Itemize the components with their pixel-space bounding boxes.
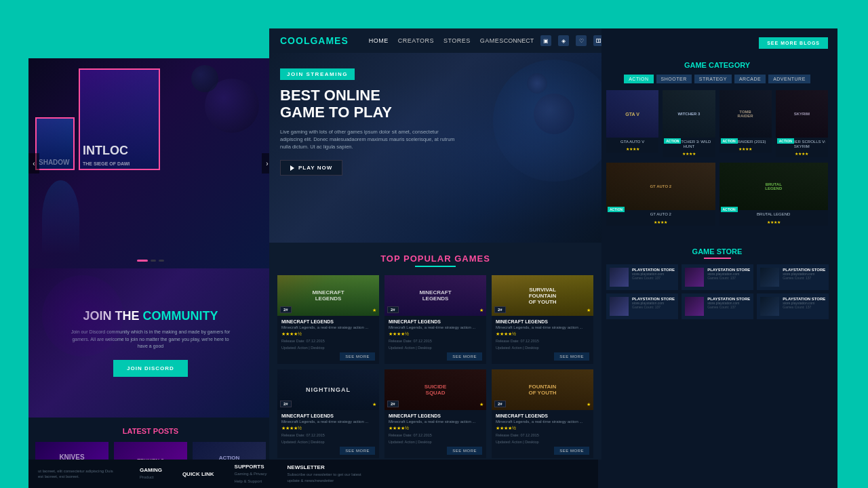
- store-info-2: PLAYSTATION STORE store.playstation.com …: [707, 268, 750, 287]
- see-more-5[interactable]: SEE MORE: [447, 447, 482, 455]
- hero-title: BEST ONLINE GAME TO PLAY: [280, 87, 591, 121]
- game-name-3: MINECRAFT LEGENDS: [496, 319, 589, 324]
- footer-strip: ut laoreet, elit consectetur adipiscing …: [28, 460, 598, 488]
- store-name-4: PLAYSTATION STORE: [632, 297, 675, 301]
- footer-gaming: GAMING Product: [140, 467, 162, 480]
- see-more-4[interactable]: SEE MORE: [340, 447, 375, 455]
- footer-supports: SUPPORTS Gaming & Privacy Help & Support: [235, 464, 267, 484]
- filter-adventure[interactable]: ADVENTURE: [768, 75, 810, 83]
- game-info-6: MINECRAFT LEGENDS Minecraft Legends, a r…: [492, 410, 593, 458]
- nav-stores[interactable]: Stores: [443, 37, 471, 44]
- game-card-4[interactable]: NIGHTINGAL 2# ★ MINECRAFT LEGENDS Minecr…: [277, 369, 379, 458]
- game-stars-4: ★★★★½: [281, 426, 375, 431]
- nav-home[interactable]: Home: [369, 37, 389, 44]
- rank-badge-3: 2#: [494, 306, 506, 313]
- game-name-4: MINECRAFT LEGENDS: [281, 413, 375, 418]
- community-desc: Join our Discord community which is in t…: [69, 329, 232, 350]
- store-name-5: PLAYSTATION STORE: [707, 297, 750, 301]
- game-updated-2: Updated: Action | Desktop: [389, 346, 482, 350]
- cover-large[interactable]: INTLOC THE SIEGE OF DAWI: [79, 68, 160, 170]
- nav-games[interactable]: Games: [480, 37, 504, 44]
- filter-action[interactable]: ACTION: [624, 75, 653, 83]
- game-name-6: MINECRAFT LEGENDS: [496, 413, 589, 418]
- see-more-blogs-button[interactable]: SEE MORE BLOGS: [759, 37, 828, 49]
- game-card-2[interactable]: MINECRAFTLEGENDS 2# ★ MINECRAFT LEGENDS …: [384, 275, 486, 364]
- rank-badge-1: 2#: [280, 306, 292, 313]
- section-underline: [415, 266, 456, 267]
- cat-game-brutal[interactable]: BRUTALLEGEND ACTION BRUTAL LEGEND ★★★★: [719, 163, 829, 225]
- nav-icon-3[interactable]: ♡: [576, 35, 587, 46]
- store-4[interactable]: PLAYSTATION STORE store.playstation.com …: [606, 293, 678, 319]
- see-more-3[interactable]: SEE MORE: [554, 352, 589, 361]
- game-stars-5: ★★★★½: [389, 426, 482, 431]
- cat-stars-1: ★★★★: [606, 146, 658, 152]
- store-info-1: PLAYSTATION STORE store.playstation.com …: [632, 268, 675, 287]
- store-name-2: PLAYSTATION STORE: [707, 268, 750, 272]
- game-meta-1: Release Date: 07.12.2015: [281, 339, 375, 343]
- nav-creators[interactable]: Creators: [398, 37, 434, 44]
- store-thumb-1: [610, 268, 629, 287]
- footer-gaming-link[interactable]: Product: [140, 474, 162, 480]
- left-panel: SHADOW INTLOC THE SIEGE OF DAWI ‹ ›: [28, 58, 273, 488]
- cover-subtitle: THE SIEGE OF DAWI: [83, 161, 156, 166]
- cat-badge-3: ACTION: [721, 138, 738, 144]
- game-category-section: GAME CATEGORY ACTION SHOOTER STRATEGY AR…: [597, 56, 837, 241]
- cat-stars-4: ★★★★: [776, 151, 828, 157]
- dot-2[interactable]: [151, 260, 156, 262]
- nav-icon-4[interactable]: ⚿: [593, 35, 601, 46]
- filter-shooter[interactable]: SHOOTER: [656, 75, 692, 83]
- right-panel: SEE MORE BLOGS GAME CATEGORY ACTION SHOO…: [597, 28, 837, 488]
- cover-small-1[interactable]: SHADOW: [35, 117, 75, 170]
- cat-game-witcher[interactable]: WITCHER 3 ACTION THE WITCHER 3: WILD HUN…: [663, 90, 715, 157]
- store-6[interactable]: PLAYSTATION STORE store.playstation.com …: [757, 293, 829, 319]
- footer-supports-title: SUPPORTS: [235, 464, 267, 470]
- star-5: ★: [479, 402, 484, 407]
- filter-strategy[interactable]: STRATEGY: [694, 75, 732, 83]
- game-store-section: GAME STORE PLAYSTATION STORE store.plays…: [597, 241, 837, 326]
- store-3[interactable]: PLAYSTATION STORE store.playstation.com …: [757, 264, 829, 290]
- play-icon: [290, 165, 294, 171]
- cat-game-gta[interactable]: GTA V GTA AUTO V ★★★★: [606, 90, 658, 157]
- cat-game-tombraider[interactable]: TOMBRAIDER ACTION TOMB RAIDER (2013) ★★★…: [719, 90, 772, 157]
- game-thumb-5: SUICIDESQUAD 2# ★: [384, 369, 486, 410]
- game-meta-4: Release Date: 07.12.2015: [281, 433, 375, 437]
- right-top: SEE MORE BLOGS: [597, 28, 837, 56]
- popular-games-section: TOP POPULAR GAMES MINECRAFTLEGENDS 2# ★ …: [269, 243, 601, 460]
- discord-button[interactable]: JOIN DISCORD: [113, 360, 188, 377]
- game-desc-5: Minecraft Legends, a real-time strategy …: [389, 420, 482, 424]
- store-count-4: Games Count: 137: [632, 305, 675, 309]
- nav-icon-1[interactable]: ▣: [540, 35, 551, 46]
- game-card-1[interactable]: MINECRAFTLEGENDS 2# ★ MINECRAFT LEGENDS …: [277, 275, 379, 364]
- game-card-3[interactable]: SURVIVALFOUNTAINOF YOUTH 2# ★ MINECRAFT …: [492, 275, 593, 364]
- see-more-1[interactable]: SEE MORE: [340, 352, 375, 361]
- nav-icon-2[interactable]: ◈: [558, 35, 569, 46]
- site-logo[interactable]: COOLGAMES: [280, 35, 349, 46]
- footer-supports-link1[interactable]: Gaming & Privacy: [235, 471, 267, 476]
- dot-1[interactable]: [137, 260, 148, 262]
- cat-game-skyrim[interactable]: SKYRIM ACTION THE ELDER SCROLLS V: SKYRI…: [776, 90, 828, 157]
- see-more-6[interactable]: SEE MORE: [554, 447, 589, 455]
- carousel-prev[interactable]: ‹: [28, 153, 39, 174]
- games-grid: MINECRAFTLEGENDS 2# ★ MINECRAFT LEGENDS …: [277, 275, 593, 458]
- game-card-5[interactable]: SUICIDESQUAD 2# ★ MINECRAFT LEGENDS Mine…: [384, 369, 486, 458]
- game-meta-2: Release Date: 07.12.2015: [389, 339, 482, 343]
- nav-connect: CONNECT: [504, 37, 534, 44]
- nav-links: Home Creators Stores Games: [369, 37, 504, 44]
- game-info-5: MINECRAFT LEGENDS Minecraft Legends, a r…: [384, 410, 486, 458]
- play-now-button[interactable]: PLAY NOW: [280, 160, 342, 176]
- dot-3[interactable]: [159, 260, 164, 262]
- store-2[interactable]: PLAYSTATION STORE store.playstation.com …: [682, 264, 753, 290]
- game-card-6[interactable]: FOUNTAINOF YOUTH 2# ★ MINECRAFT LEGENDS …: [492, 369, 593, 458]
- store-1[interactable]: PLAYSTATION STORE store.playstation.com …: [606, 264, 678, 290]
- footer-supports-link2[interactable]: Help & Support: [235, 479, 267, 484]
- cat-game-gt2[interactable]: GT AUTO 2 ACTION GT AUTO 2 ★★★★: [606, 163, 715, 225]
- see-more-2[interactable]: SEE MORE: [447, 352, 482, 361]
- store-5[interactable]: PLAYSTATION STORE store.playstation.com …: [682, 293, 753, 319]
- join-badge[interactable]: JOIN STREAMING: [280, 68, 355, 80]
- navbar: COOLGAMES Home Creators Stores Games CON…: [269, 28, 601, 53]
- filter-arcade[interactable]: ARCADE: [734, 75, 766, 83]
- footer-newsletter-text: Subscribe our newsletter to get our late…: [288, 472, 369, 483]
- store-thumb-3: [760, 268, 779, 287]
- store-info-3: PLAYSTATION STORE store.playstation.com …: [783, 268, 825, 287]
- cat-stars-6: ★★★★: [719, 220, 829, 226]
